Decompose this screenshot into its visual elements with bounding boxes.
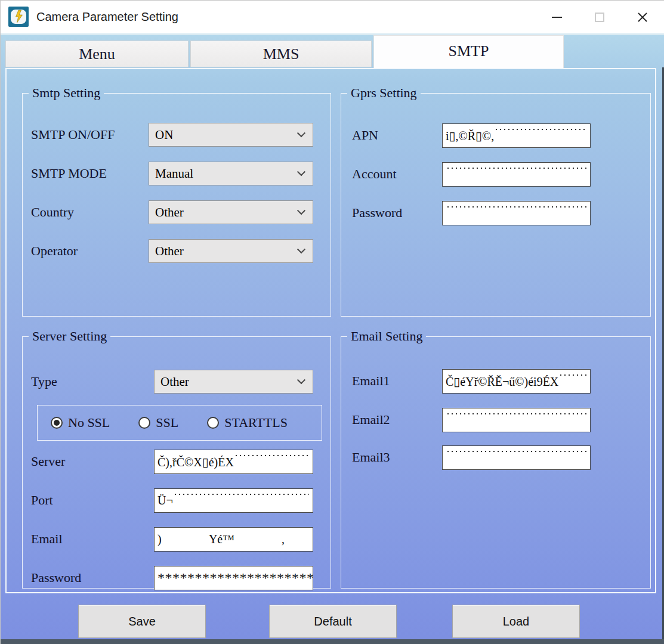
email-label: Email <box>31 527 63 551</box>
window-controls <box>535 1 664 33</box>
country-label: Country <box>31 200 74 224</box>
field-value: ********************** <box>157 570 313 586</box>
dotted-placeholder <box>173 489 310 512</box>
maximize-button[interactable] <box>578 1 621 33</box>
chevron-down-icon <box>297 376 305 384</box>
field-value: Č▯éYř©ŘĚ¬ű©)éi9ÉX <box>446 374 558 389</box>
server-password-label: Password <box>31 566 81 590</box>
email2-label: Email2 <box>352 408 390 432</box>
combo-value: Other <box>155 374 298 389</box>
dotted-placeholder <box>446 408 587 432</box>
port-label: Port <box>31 488 53 512</box>
combo-value: Other <box>149 244 298 259</box>
titlebar-separator <box>1 33 664 35</box>
account-input[interactable] <box>442 162 591 187</box>
save-button[interactable]: Save <box>78 605 206 638</box>
email1-label: Email1 <box>352 369 390 393</box>
chevron-down-icon <box>297 206 305 215</box>
chevron-down-icon <box>297 168 305 176</box>
default-button[interactable]: Default <box>269 605 397 638</box>
account-label: Account <box>352 162 397 186</box>
field-value: i▯,©Ř▯©, <box>446 129 494 143</box>
content-area: Menu MMS SMTP Smtp Setting SMTP ON/OFF O… <box>1 33 664 644</box>
camera-parameter-setting-window: Camera Parameter Setting Menu MMS SMTP S <box>0 0 664 644</box>
type-select[interactable]: Other <box>154 370 313 394</box>
email3-label: Email3 <box>352 445 390 469</box>
ssl-options-panel: No SSL SSL STARTTLS <box>37 405 322 441</box>
radio-icon <box>138 417 150 429</box>
combo-value: Other <box>149 205 298 220</box>
gprs-password-label: Password <box>352 201 402 225</box>
field-value: Č),řČ©X▯é)ÉX <box>157 455 234 469</box>
port-input[interactable]: Ü¬ <box>154 488 313 513</box>
email2-input[interactable] <box>442 408 591 432</box>
group-title: Gprs Setting <box>347 85 421 101</box>
field-value: Yé™ <box>162 532 282 546</box>
field-value: Ü¬ <box>157 494 173 507</box>
gprs-setting-group: Gprs Setting APN i▯,©Ř▯©, Account Passwo… <box>341 85 651 317</box>
apn-input[interactable]: i▯,©Ř▯©, <box>442 123 591 148</box>
load-button[interactable]: Load <box>452 605 580 638</box>
type-label: Type <box>31 370 57 394</box>
apn-label: APN <box>352 123 378 147</box>
titlebar: Camera Parameter Setting <box>1 1 664 33</box>
server-input[interactable]: Č),řČ©X▯é)ÉX <box>154 450 313 474</box>
close-icon <box>637 11 648 23</box>
operator-select[interactable]: Other <box>149 239 313 263</box>
email1-input[interactable]: Č▯éYř©ŘĚ¬ű©)éi9ÉX <box>442 369 591 394</box>
chevron-down-icon <box>297 245 305 253</box>
group-title: Email Setting <box>347 329 426 344</box>
window-title: Camera Parameter Setting <box>36 1 178 33</box>
radio-ssl[interactable]: SSL <box>138 415 178 431</box>
radio-icon <box>207 417 219 429</box>
dotted-placeholder <box>446 446 587 469</box>
smtp-mode-label: SMTP MODE <box>31 162 107 185</box>
gprs-password-input[interactable] <box>442 201 591 225</box>
email3-input[interactable] <box>442 445 591 470</box>
radio-label: STARTTLS <box>224 415 288 431</box>
country-select[interactable]: Other <box>149 200 313 224</box>
smtp-onoff-label: SMTP ON/OFF <box>31 123 115 147</box>
server-password-input[interactable]: ********************** <box>154 566 313 590</box>
combo-value: Manual <box>149 166 298 181</box>
radio-label: No SSL <box>68 415 110 431</box>
smtp-onoff-select[interactable]: ON <box>149 123 313 147</box>
close-button[interactable] <box>621 1 664 33</box>
chevron-down-icon <box>297 129 305 137</box>
radio-starttls[interactable]: STARTTLS <box>207 415 288 431</box>
radio-no-ssl[interactable]: No SSL <box>51 415 110 431</box>
tab-menu[interactable]: Menu <box>5 41 189 67</box>
minimize-icon <box>552 17 562 18</box>
app-icon <box>8 7 29 27</box>
maximize-icon <box>595 13 604 22</box>
window-bottom-edge <box>1 639 664 644</box>
radio-label: SSL <box>156 415 178 431</box>
tab-smtp[interactable]: SMTP <box>373 35 564 68</box>
email-input[interactable]: ) Yé™ , <box>154 527 313 552</box>
group-title: Server Setting <box>29 329 110 344</box>
dotted-placeholder <box>558 370 587 393</box>
email-setting-group: Email Setting Email1 Č▯éYř©ŘĚ¬ű©)éi9ÉX E… <box>341 329 651 589</box>
dotted-placeholder <box>446 163 587 186</box>
smtp-mode-select[interactable]: Manual <box>149 162 313 185</box>
smtp-setting-group: Smtp Setting SMTP ON/OFF ON SMTP MODE Ma… <box>22 85 331 317</box>
group-title: Smtp Setting <box>29 85 104 101</box>
dotted-placeholder <box>234 450 310 473</box>
field-value: , <box>282 532 285 546</box>
server-label: Server <box>31 450 65 473</box>
operator-label: Operator <box>31 239 78 263</box>
combo-value: ON <box>149 128 298 143</box>
tab-mms[interactable]: MMS <box>190 41 372 67</box>
server-setting-group: Server Setting Type Other No SSL SSL STA… <box>22 329 331 589</box>
field-value: ) <box>157 532 162 546</box>
dotted-placeholder <box>446 202 587 225</box>
radio-icon <box>51 417 63 429</box>
dotted-placeholder <box>494 124 587 147</box>
minimize-button[interactable] <box>535 1 578 33</box>
